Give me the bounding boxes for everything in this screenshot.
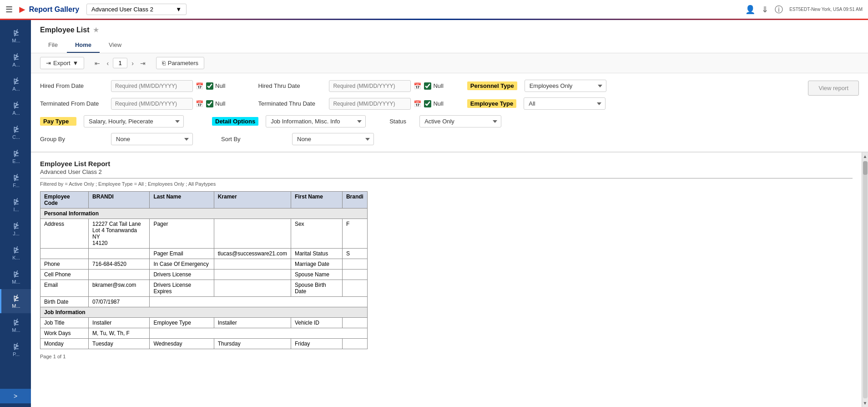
last-page-button[interactable]: ⇥ (138, 59, 148, 68)
terminated-from-null-checkbox[interactable] (206, 100, 213, 107)
app-title: Report Gallery (29, 5, 79, 14)
page-number-input[interactable]: 1 (113, 58, 127, 68)
sidebar-item-11[interactable]: ⋭M... (0, 289, 31, 313)
sidebar-expand-button[interactable]: > (0, 389, 31, 403)
next-page-button[interactable]: › (129, 59, 136, 68)
hired-thru-date-calendar-icon[interactable]: 📅 (414, 82, 421, 90)
sidebar-item-5[interactable]: ⋭E... (0, 144, 31, 168)
detail-options-select[interactable]: Job Information, Misc. Info None (266, 115, 366, 127)
sidebar-label-13: P... (13, 351, 20, 357)
sidebar-item-3[interactable]: ⋭A... (0, 96, 31, 120)
param-row-1: Hired From Date 📅 Null Hired Thru Date (40, 80, 803, 92)
content-area: Employee List ★ File Home View ⇥ Export … (31, 20, 868, 407)
employee-type-col-label: Employee Type (150, 318, 214, 328)
scroll-track[interactable] (863, 161, 868, 398)
sort-by-select[interactable]: None Last Name (292, 133, 374, 145)
sidebar-label-5: E... (12, 158, 20, 164)
terminated-thru-calendar-icon[interactable]: 📅 (414, 100, 421, 107)
detail-options-label: Detail Options (212, 117, 258, 126)
dropdown-chevron-icon: ▼ (176, 6, 182, 13)
hired-from-null-checkbox[interactable] (206, 82, 213, 90)
thursday-label: Thursday (214, 339, 291, 349)
filter-text: Filtered by = Active Only ; Employee Typ… (40, 181, 853, 187)
sidebar-label-8: J... (13, 231, 20, 236)
ice-label: In Case Of Emergency (150, 259, 214, 270)
sidebar-item-4[interactable]: ⋭C... (0, 120, 31, 144)
col-first-name: First Name (291, 192, 342, 209)
hired-from-date-input[interactable] (111, 80, 193, 92)
section-personal-info: Personal Information (40, 209, 368, 219)
first-page-button[interactable]: ⇤ (92, 59, 102, 68)
sidebar-item-9[interactable]: ⋭K... (0, 241, 31, 265)
tab-view[interactable]: View (101, 38, 130, 53)
terminated-thru-null-label: Null (433, 100, 443, 107)
sidebar-icon-0: ⋭ (13, 28, 19, 37)
sidebar-label-0: M... (12, 38, 20, 43)
favorite-star-icon[interactable]: ★ (93, 25, 99, 34)
hired-from-date-calendar-icon[interactable]: 📅 (196, 82, 203, 90)
sidebar-item-13[interactable]: ⋭P... (0, 337, 31, 361)
view-report-button[interactable]: View report (808, 81, 859, 96)
terminated-from-input[interactable] (111, 98, 193, 110)
terminated-from-calendar-icon[interactable]: 📅 (196, 100, 203, 107)
hired-thru-date-wrap: 📅 Null (329, 80, 443, 92)
scroll-up-arrow[interactable]: ▲ (863, 153, 868, 160)
pager-value (214, 219, 291, 249)
filter-icon: ⎗ (162, 60, 166, 66)
terminated-thru-null-checkbox[interactable] (424, 100, 431, 107)
top-nav: ☰ ► Report Gallery Advanced User Class 2… (0, 0, 868, 20)
report-body: Employee List Report Advanced User Class… (31, 153, 868, 407)
table-row: Address 12227 Cat Tail LaneLot 4 Tonanwa… (40, 219, 368, 249)
terminated-from-null-label: Null (215, 100, 225, 107)
personnel-type-select[interactable]: Employees Only All Non-Employees Only (525, 80, 606, 92)
pager-label: Pager (150, 219, 214, 249)
pay-type-select[interactable]: Salary, Hourly, Piecerate Salary Hourly (84, 115, 184, 127)
sidebar-icon-5: ⋭ (13, 149, 19, 158)
sidebar-item-0[interactable]: ⋭M... (0, 24, 31, 48)
help-icon[interactable]: ⓘ (775, 4, 783, 15)
right-scrollbar[interactable]: ▲ ▼ (862, 153, 868, 407)
sidebar-icon-3: ⋭ (13, 101, 19, 109)
hamburger-icon[interactable]: ☰ (5, 5, 13, 15)
hired-thru-date-input[interactable] (329, 80, 411, 92)
prev-page-button[interactable]: ‹ (104, 59, 111, 68)
download-icon[interactable]: ⇓ (762, 5, 768, 15)
marital-status-value: S (342, 249, 367, 259)
sidebar-icon-13: ⋭ (13, 342, 19, 351)
sidebar-item-10[interactable]: ⋭M... (0, 265, 31, 289)
hired-thru-null-label: Null (433, 82, 443, 89)
status-label: Status (389, 118, 412, 125)
sidebar-item-12[interactable]: ⋭M... (0, 313, 31, 337)
pagination-controls: ⇤ ‹ 1 › ⇥ (92, 58, 147, 68)
empty-cell-1 (40, 249, 89, 259)
scroll-thumb[interactable] (863, 161, 868, 175)
report-gallery-dropdown[interactable]: Advanced User Class 2 ▼ (86, 4, 187, 15)
employee-table: Employee Code BRANDI Last Name Kramer Fi… (40, 191, 368, 349)
scroll-down-arrow[interactable]: ▼ (863, 399, 868, 407)
export-arrow-icon: ⇥ (46, 60, 51, 66)
page-footer: Page 1 of 1 (40, 354, 853, 359)
marriage-date-label: Marriage Date (291, 259, 342, 270)
table-row: Phone 716-684-8520 In Case Of Emergency … (40, 259, 368, 270)
terminated-thru-input[interactable] (329, 98, 411, 110)
sidebar-item-2[interactable]: ⋭A... (0, 72, 31, 96)
cell-phone-value (89, 270, 150, 280)
status-select[interactable]: Active Only Inactive Only All (419, 115, 501, 127)
tab-home[interactable]: Home (67, 38, 100, 53)
user-icon[interactable]: 👤 (745, 5, 755, 15)
job-title-label: Job Title (40, 318, 89, 328)
group-by-select[interactable]: None Department (111, 133, 193, 145)
sidebar-item-6[interactable]: ⋭F... (0, 168, 31, 193)
hired-thru-null-checkbox[interactable] (424, 82, 431, 90)
employee-type-select[interactable]: All Installer Manager (524, 97, 606, 110)
report-header: Employee List ★ File Home View (31, 20, 868, 53)
marital-status-label: Marital Status (291, 249, 342, 259)
parameters-button[interactable]: ⎗ Parameters (156, 57, 204, 69)
sidebar-item-1[interactable]: ⋭A... (0, 48, 31, 72)
sidebar-item-8[interactable]: ⋭J... (0, 217, 31, 241)
address-value: 12227 Cat Tail LaneLot 4 Tonanwanda NY14… (89, 219, 150, 249)
export-button[interactable]: ⇥ Export ▼ (40, 57, 84, 69)
sidebar-item-7[interactable]: ⋭I... (0, 193, 31, 217)
tab-file[interactable]: File (40, 38, 66, 53)
work-days-value: M, Tu, W, Th, F (89, 328, 150, 339)
